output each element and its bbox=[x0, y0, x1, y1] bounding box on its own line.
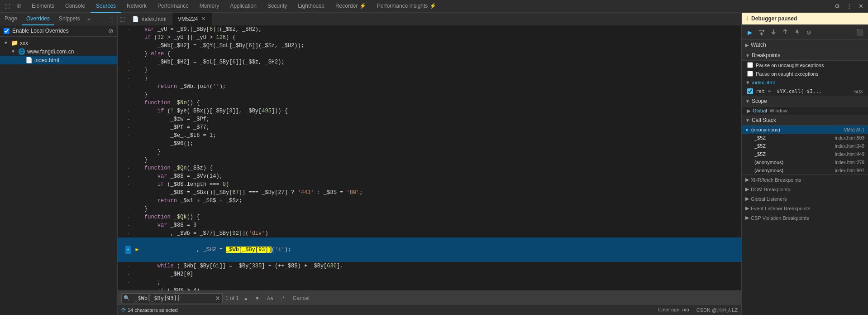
callstack-item-2[interactable]: _$5Z index.html:349 bbox=[742, 142, 868, 150]
pause-uncaught-label[interactable]: Pause on uncaught exceptions bbox=[756, 63, 824, 68]
callstack-content: ● (anonymous) VM5224:1 _$5Z index.html:5… bbox=[742, 126, 868, 175]
search-case-sensitive-btn[interactable]: Aa bbox=[264, 295, 276, 302]
line-content: } bbox=[141, 74, 741, 82]
tab-recorder[interactable]: Recorder ⚡ bbox=[330, 0, 372, 13]
line-number: - bbox=[118, 164, 134, 172]
scope-header[interactable]: ▼ Scope bbox=[742, 96, 868, 107]
editor-tab-vm[interactable]: VM5224 ✕ bbox=[172, 13, 213, 25]
tree-domain-folder[interactable]: ▼ 🌐 www.fangdi.com.cn bbox=[0, 47, 117, 56]
more-icon[interactable]: ⋮ bbox=[844, 1, 854, 12]
override-checkbox[interactable] bbox=[4, 28, 10, 34]
tree-root-folder[interactable]: ▼ 📁 xxx bbox=[0, 39, 117, 47]
line-content: if (_$8$ > 4) bbox=[141, 286, 741, 291]
pause-caught-row: Pause on caught exceptions bbox=[742, 69, 868, 78]
bp-item-ret[interactable]: ret = _$YX.call(_$I... 503 bbox=[742, 87, 868, 96]
pause-caught-checkbox[interactable] bbox=[747, 71, 753, 77]
pause-uncaught-row: Pause on uncaught exceptions bbox=[742, 61, 868, 69]
dom-breakpoints-section[interactable]: ▶ DOM Breakpoints bbox=[742, 184, 868, 194]
line-number: - bbox=[118, 123, 134, 131]
tab-performance[interactable]: Performance bbox=[152, 0, 194, 13]
code-line: - if (32 > _yU || _yU > 126) { bbox=[118, 34, 741, 42]
global-listeners-label: Global Listeners bbox=[751, 196, 787, 202]
line-number: - bbox=[118, 262, 134, 270]
search-regex-btn[interactable]: .* bbox=[278, 295, 287, 302]
tab-sources[interactable]: Sources bbox=[91, 0, 121, 13]
code-line: - _$8$ = _$Bx()[_$By[67]] === _$By[27] ?… bbox=[118, 189, 741, 197]
search-input[interactable] bbox=[132, 293, 213, 303]
search-clear-btn[interactable]: ✕ bbox=[215, 295, 220, 302]
csp-bp-section[interactable]: ▶ CSP Violation Breakpoints bbox=[742, 213, 868, 223]
editor-tab-vm-label: VM5224 bbox=[178, 16, 198, 22]
tab-snippets[interactable]: Snippets bbox=[54, 13, 85, 25]
xhr-arrow-icon: ▶ bbox=[745, 177, 749, 183]
code-line: - _$H2[0] bbox=[118, 270, 741, 278]
tab-application[interactable]: Application bbox=[224, 0, 262, 13]
search-prev-btn[interactable]: ▲ bbox=[242, 295, 250, 302]
breakpoints-header[interactable]: ▼ Breakpoints bbox=[742, 50, 868, 61]
watch-section: ▶ Watch bbox=[742, 40, 868, 50]
watch-label: Watch bbox=[751, 42, 766, 48]
deactivate-breakpoints-btn[interactable]: ⊘ bbox=[803, 27, 814, 38]
line-number: - bbox=[118, 107, 134, 115]
search-next-btn[interactable]: ▼ bbox=[253, 295, 262, 302]
el-arrow-icon: ▶ bbox=[745, 205, 749, 211]
editor-tab-index[interactable]: 📄 index.html bbox=[127, 13, 172, 25]
line-content: } bbox=[141, 66, 741, 74]
callstack-item-5[interactable]: (anonymous) index.html:997 bbox=[742, 166, 868, 174]
settings-icon[interactable]: ⚙ bbox=[832, 1, 843, 12]
callstack-item-4[interactable]: (anonymous) index.html:279 bbox=[742, 158, 868, 166]
code-editor[interactable]: - var _yU = _$9.[_$By[6]](_$$z, _$H2); -… bbox=[118, 25, 741, 291]
line-content: if (!_$ye(_$Bx()[_$By[3]], _$By[495])) { bbox=[141, 107, 741, 115]
tab-lighthouse[interactable]: Lighthouse bbox=[292, 0, 330, 13]
line-number: - bbox=[118, 74, 134, 82]
tab-page[interactable]: Page bbox=[0, 13, 22, 25]
line-number: - bbox=[118, 156, 134, 164]
global-listeners-section[interactable]: ▶ Global Listeners bbox=[742, 194, 868, 204]
pause-caught-label[interactable]: Pause on caught exceptions bbox=[756, 71, 818, 77]
step-into-btn[interactable] bbox=[768, 27, 779, 38]
editor-nav-left[interactable]: ⬚ bbox=[118, 14, 127, 24]
override-clear-btn[interactable]: ⊘ bbox=[108, 27, 114, 34]
tab-network[interactable]: Network bbox=[121, 0, 152, 13]
right-panel-expand-btn[interactable]: ⬛ bbox=[854, 27, 865, 38]
tree-file-item[interactable]: 📄 index.html bbox=[0, 56, 117, 64]
breakpoints-content: Pause on uncaught exceptions Pause on ca… bbox=[742, 61, 868, 96]
step-btn[interactable] bbox=[792, 27, 802, 38]
scope-global-item[interactable]: ▶ Global Window bbox=[742, 107, 868, 115]
device-icon[interactable]: ⧉ bbox=[14, 1, 24, 12]
line-number: - bbox=[118, 172, 134, 180]
bp-item-checkbox[interactable] bbox=[747, 88, 753, 94]
pause-uncaught-checkbox[interactable] bbox=[747, 62, 753, 68]
tab-performance-insights[interactable]: Performance insights ⚡ bbox=[372, 0, 442, 13]
tab-more-btn[interactable]: » bbox=[85, 16, 93, 22]
line-number: - bbox=[118, 213, 134, 221]
inspect-icon[interactable]: ⬚ bbox=[2, 1, 13, 12]
callstack-name: _$5Z bbox=[754, 135, 833, 141]
step-over-btn[interactable] bbox=[756, 27, 767, 38]
tab-security[interactable]: Security bbox=[262, 0, 292, 13]
watch-header[interactable]: ▶ Watch bbox=[742, 40, 868, 50]
xhr-breakpoints-section[interactable]: ▶ XHR/fetch Breakpoints bbox=[742, 175, 868, 184]
index-html-bp-section[interactable]: ▼ index.html bbox=[742, 78, 868, 87]
bp-arrow-icon: ▼ bbox=[745, 53, 750, 58]
step-out-btn[interactable] bbox=[780, 27, 791, 38]
override-label[interactable]: Enable Local Overrides bbox=[12, 28, 69, 34]
search-cancel-btn[interactable]: Cancel bbox=[290, 294, 312, 302]
callstack-item-0[interactable]: ● (anonymous) VM5224:1 bbox=[742, 126, 868, 134]
tab-elements[interactable]: Elements bbox=[26, 0, 60, 13]
event-listener-bp-section[interactable]: ▶ Event Listener Breakpoints bbox=[742, 204, 868, 213]
scope-content: ▶ Global Window bbox=[742, 107, 868, 115]
callstack-item-3[interactable]: _$5Z index.html:449 bbox=[742, 150, 868, 158]
line-content: } bbox=[141, 205, 741, 213]
tab-memory[interactable]: Memory bbox=[194, 0, 224, 13]
tab-console[interactable]: Console bbox=[60, 0, 91, 13]
callstack-label: Call Stack bbox=[752, 117, 776, 123]
editor-tab-close-btn[interactable]: ✕ bbox=[200, 16, 206, 22]
gl-arrow-icon: ▶ bbox=[745, 196, 749, 202]
callstack-item-1[interactable]: _$5Z index.html:503 bbox=[742, 134, 868, 142]
close-icon[interactable]: ✕ bbox=[855, 1, 866, 12]
tab-overrides[interactable]: Overrides bbox=[22, 13, 54, 25]
resume-btn[interactable]: ▶ bbox=[744, 27, 755, 38]
callstack-header[interactable]: ▼ Call Stack bbox=[742, 115, 868, 126]
panel-menu-btn[interactable]: ⋮ bbox=[106, 14, 117, 24]
